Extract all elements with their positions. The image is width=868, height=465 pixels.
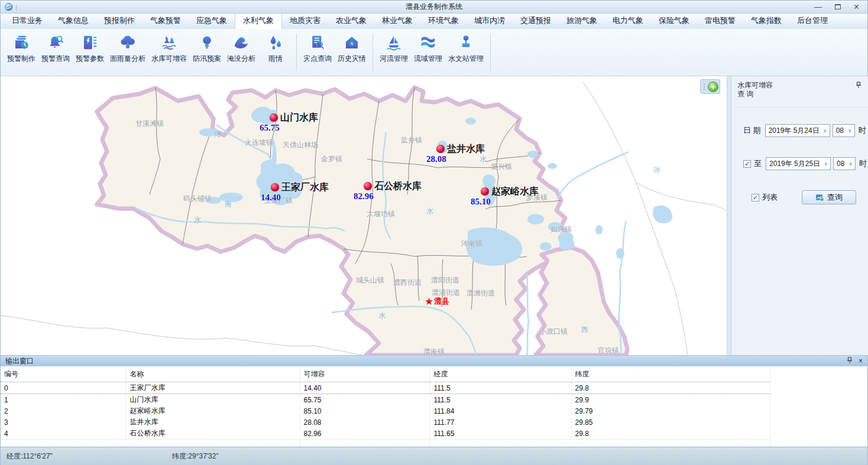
toolbar-button[interactable]: 预警查询 (38, 32, 73, 65)
toolbar-button[interactable]: 淹没分析 (224, 32, 258, 65)
town-label: 盐井镇 (401, 135, 422, 145)
table-row[interactable]: 0 王家厂水库 14.40 111.5 29.8 (1, 382, 770, 394)
output-window: 输出窗口 × 编号 名称 可增容 经度 纬度 (1, 355, 867, 447)
table-row[interactable]: 2 赵家峪水库 85.10 111.84 29.79 (1, 405, 770, 417)
menu-item[interactable]: 电力气象 (605, 12, 651, 29)
town-label: 火连坡镇 (245, 138, 273, 148)
menu-item[interactable]: 交通预报 (513, 12, 559, 29)
toolbar-button[interactable]: 水库可增容 (148, 32, 190, 65)
town-label: 大堰垱镇 (367, 209, 395, 219)
toolbar-button[interactable]: 水文站管理 (445, 32, 487, 65)
output-close-icon[interactable]: × (859, 357, 863, 365)
menu-item[interactable]: 气象预警 (142, 12, 189, 29)
hour-to-select[interactable]: 08 ∨ (833, 157, 856, 170)
pin-icon[interactable] (856, 82, 861, 89)
menu-item[interactable]: 气象信息 (50, 12, 96, 29)
toolbar-icon (12, 34, 30, 51)
pin-icon[interactable] (847, 357, 853, 364)
menu-item[interactable]: 日常业务 (4, 12, 50, 29)
toolbar-button[interactable]: 预警制作 (4, 32, 38, 65)
minimize-button[interactable]: — (814, 3, 822, 11)
col-header-cap[interactable]: 可增容 (300, 366, 430, 382)
col-header-name[interactable]: 名称 (126, 366, 300, 382)
toolbar-icon (232, 34, 250, 51)
col-header-lat[interactable]: 纬度 (571, 366, 770, 382)
output-table: 编号 名称 可增容 经度 纬度 0 王家厂水库 14.40 111. (1, 366, 867, 447)
to-checkbox[interactable]: ✓ (743, 160, 751, 168)
maximize-button[interactable] (835, 3, 841, 11)
county-map (1, 76, 727, 355)
map-canvas[interactable]: 甘溪滩镇 火连坡镇 天供山林场 金罗镇 盐井镇 复兴镇 码头铺镇 王家厂镇 大堰… (1, 76, 727, 355)
toolbar-icon (198, 34, 216, 51)
status-latitude: 纬度:29°37'32" (166, 451, 225, 461)
menu-item[interactable]: 应急气象 (189, 12, 235, 29)
reservoir-point-icon[interactable] (364, 182, 372, 190)
close-button[interactable]: × (854, 2, 859, 12)
toolbar-button[interactable] (490, 34, 491, 71)
toolbar-button[interactable] (373, 34, 373, 71)
menu-item[interactable]: 保险气象 (651, 12, 697, 29)
maximize-icon (835, 4, 841, 9)
reservoir-query-panel: 水库可增容 查 询 × 日 期 2019年 5月24日 ∨ 08 ∨ (731, 76, 868, 355)
menu-item[interactable]: 后台管理 (789, 12, 835, 29)
reservoir-name-label: 盐井水库 (447, 143, 485, 155)
menu-item[interactable]: 林业气象 (374, 12, 420, 29)
town-label: 天供山林场 (283, 140, 318, 150)
reservoir-name-label: 石公桥水库 (374, 180, 422, 193)
table-row[interactable]: 4 石公桥水库 82.96 111.65 29.8 (1, 428, 770, 440)
reservoir-point-icon[interactable] (436, 145, 445, 153)
reservoir-point-icon[interactable] (481, 187, 489, 196)
reservoir-value-label: 28.08 (426, 154, 446, 164)
menu-item[interactable]: 雷电预警 (697, 12, 743, 29)
toolbar-button[interactable]: 预警参数 (73, 32, 107, 65)
menu-item[interactable]: 水利气象 (235, 12, 282, 29)
menu-item[interactable]: 地质灾害 (282, 12, 328, 29)
toolbar-button[interactable]: 雨情 (258, 32, 293, 65)
toolbar-button[interactable]: 面雨量分析 (107, 32, 148, 65)
river-label: 西 (581, 325, 588, 335)
toolbar-icon (267, 34, 284, 51)
town-label: 澧澹街道 (467, 288, 495, 298)
toolbar-icon (385, 34, 403, 51)
table-row[interactable]: 1 山门水库 65.75 111.5 29.9 (1, 394, 770, 406)
toolbar-button[interactable]: 流域管理 (411, 32, 445, 65)
panel-splitter[interactable] (727, 76, 731, 355)
list-checkbox[interactable]: ✓ (752, 194, 759, 201)
date-label: 日 期 (743, 125, 761, 136)
menu-item[interactable]: 环境气象 (420, 12, 467, 29)
river-label: 南 (225, 199, 232, 209)
reservoir-point-icon[interactable] (271, 183, 279, 191)
list-label: 列表 (762, 192, 778, 203)
county-seat-label: 澧县 (434, 296, 449, 307)
table-row[interactable]: 3 盐井水库 28.08 111.77 29.85 (1, 417, 770, 428)
reservoir-name-label: 王家厂水库 (281, 181, 329, 194)
hour-suffix-label: 时 (859, 125, 866, 136)
town-label: 金罗镇 (321, 154, 342, 164)
menu-item[interactable]: 旅游气象 (559, 12, 605, 29)
toolbar-button[interactable]: 防汛预案 (190, 32, 224, 65)
chevron-down-icon: ∨ (846, 128, 854, 134)
col-header-lon[interactable]: 经度 (430, 366, 571, 382)
date-to-select[interactable]: 2019年 5月25日 ∨ (766, 157, 831, 170)
to-label: 至 (754, 158, 762, 169)
toolbar-button[interactable]: 河流管理 (377, 32, 411, 65)
menu-item[interactable]: 气象指数 (743, 12, 789, 29)
date-from-select[interactable]: 2019年 5月24日 ∨ (765, 124, 830, 137)
map-zoom-widget: + (700, 79, 720, 94)
query-button[interactable]: 查询 (802, 190, 856, 204)
hour-from-select[interactable]: 08 ∨ (833, 124, 855, 137)
town-label: 甘溪滩镇 (135, 119, 164, 129)
menu-item[interactable]: 城市内涝 (467, 12, 513, 29)
reservoir-point-icon[interactable] (270, 113, 278, 122)
toolbar-button[interactable] (296, 34, 297, 71)
toolbar-icon (81, 34, 99, 51)
star-icon: ★ (425, 297, 433, 307)
zoom-in-button[interactable]: + (708, 82, 718, 92)
toolbar-button[interactable]: 历史灾情 (335, 32, 369, 65)
river-label: 水 (378, 311, 386, 321)
menu-item[interactable]: 预报制作 (96, 12, 142, 29)
grip-handle-icon[interactable] (702, 84, 706, 90)
toolbar-button[interactable]: 灾点查询 (300, 32, 335, 65)
menu-item[interactable]: 农业气象 (328, 12, 374, 29)
col-header-id[interactable]: 编号 (1, 366, 126, 382)
